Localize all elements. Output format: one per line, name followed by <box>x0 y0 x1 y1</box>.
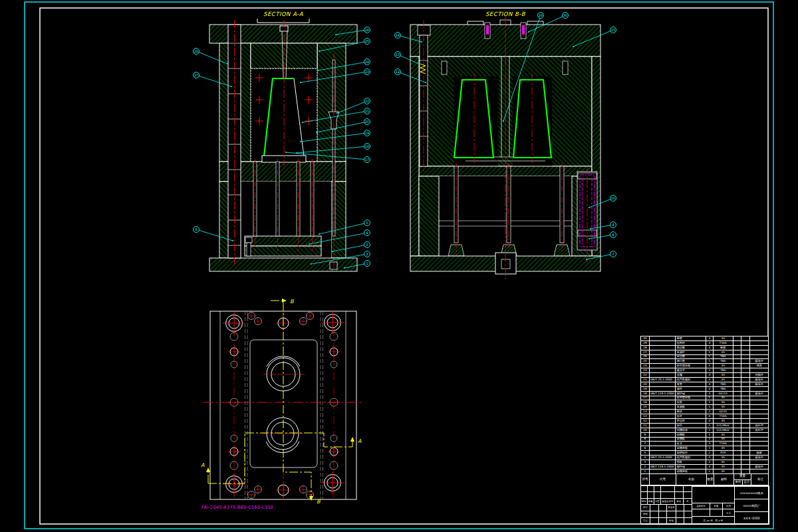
parts-cell <box>741 451 750 456</box>
center-block <box>495 253 516 274</box>
parts-cell <box>650 460 676 465</box>
parts-cell: 6 <box>641 446 650 451</box>
parts-cell <box>733 387 742 392</box>
parts-cell: 3 <box>706 373 714 378</box>
parts-cell <box>650 341 676 346</box>
parts-cell <box>733 364 742 368</box>
parts-cell: 29 <box>641 341 650 346</box>
leader-dot <box>590 228 591 229</box>
title-block-cell <box>650 505 659 511</box>
parts-cell <box>650 355 676 360</box>
balloon-number: 13 <box>396 53 400 57</box>
title-block-cell: 处数 <box>648 499 654 505</box>
parts-cell: 2 <box>706 410 714 414</box>
parts-cell: T8A <box>714 387 733 392</box>
section-aa-bracket <box>257 19 309 23</box>
parts-cell: 27 <box>641 350 650 355</box>
parts-cell: 8 <box>641 438 650 442</box>
parts-cell <box>733 350 742 355</box>
title-block-cell <box>659 511 667 518</box>
title-block-cell <box>650 518 659 525</box>
parts-row: 24型芯固定板145调质 <box>641 364 768 368</box>
parts-cell: 4 <box>706 378 714 382</box>
parts-cell: 标准件 <box>750 392 768 396</box>
leader-dot <box>589 238 590 239</box>
revision-signature-grid: 标记处数分区更改文件号签名年、月、日设计标准化审核工艺批准 <box>641 486 692 525</box>
parts-row: 13推杆4T10A <box>641 414 768 419</box>
parts-cell <box>750 346 768 350</box>
parts-cell <box>750 438 768 442</box>
title-block: 标记处数分区更改文件号签名年、月、日设计标准化审核工艺批准 阶段标记 质量 比例… <box>640 485 769 524</box>
section-bb-view: SECTION B-B <box>410 11 600 279</box>
title-block-cell <box>675 486 684 492</box>
parts-cell: 标准件 <box>750 456 768 460</box>
parts-cell: GB/T 119.1-2000 <box>650 392 676 396</box>
parts-cell: 45 <box>714 396 733 401</box>
parts-cell <box>733 456 742 460</box>
parts-cell: 45 <box>714 364 733 368</box>
parts-row: 25浇口套1T8A标准件 <box>641 359 768 364</box>
parts-cell <box>741 424 750 428</box>
parts-cell <box>750 442 768 446</box>
title-block-cell <box>650 511 659 518</box>
cavity-plate-right <box>317 43 346 162</box>
parts-cell <box>650 405 676 410</box>
col-header-code: 代号 <box>650 474 676 486</box>
parts-cell: 4 <box>706 346 714 350</box>
leader-dot <box>344 267 345 269</box>
balloon-number: 12 <box>396 70 400 74</box>
balloon-number: 3 <box>366 243 368 247</box>
parts-cell <box>750 433 768 438</box>
section-aa-title: SECTION A-A <box>263 11 303 17</box>
parts-cell <box>750 410 768 414</box>
parts-row: 23隔水片2T8A <box>641 368 768 373</box>
parts-cell: 推杆固定板 <box>676 396 706 401</box>
parts-cell: Cr12MoV <box>714 424 733 428</box>
balloon-number: 29 <box>539 13 543 17</box>
parts-cell: 13 <box>641 414 650 419</box>
parts-row: 14垫块2Q235 <box>641 410 768 414</box>
parts-cell: 支承柱 <box>676 350 706 355</box>
parts-cell <box>741 465 750 469</box>
parts-cell: 45 <box>714 336 733 341</box>
moldbase-code-note: FAI-2045-A175-B80-C160-L350 <box>201 505 273 510</box>
parts-cell <box>650 400 676 405</box>
parts-cell: 45 <box>714 400 733 405</box>
parts-cell <box>741 373 750 378</box>
col-header-qty: 数量 <box>707 474 714 486</box>
revision-row <box>641 486 692 492</box>
parts-cell <box>733 438 742 442</box>
sheet-count-cell: 共 xx 张 第 x 张 <box>692 516 735 525</box>
leader-dot <box>300 141 301 142</box>
leader-dot <box>316 132 317 133</box>
parts-cell <box>733 419 742 424</box>
parts-cell: 定位圈 <box>676 355 706 360</box>
title-block-cell <box>641 492 648 498</box>
parts-cell: 4 <box>706 392 714 396</box>
parts-cell: 45 <box>714 405 733 410</box>
parts-cell <box>750 419 768 424</box>
parts-cell <box>741 414 750 419</box>
parts-cell <box>733 359 742 364</box>
parts-row: 18GB/T 119.1-2000圆柱销4GCr15标准件 <box>641 392 768 396</box>
parts-cell: 19 <box>641 387 650 392</box>
parts-cell: 密封圈 <box>676 346 706 350</box>
parts-row: 26定位圈1T8A <box>641 355 768 360</box>
parts-cell <box>741 387 750 392</box>
company-cell: xxxxx制药厂 <box>734 499 769 512</box>
title-block-cell <box>676 505 684 511</box>
parts-cell: 1 <box>706 400 714 405</box>
cut-label-a-left: A <box>201 462 205 468</box>
parts-cell: 7 <box>641 442 650 446</box>
parts-cell <box>733 460 742 465</box>
parts-cell <box>741 433 750 438</box>
parts-cell: 标准件 <box>750 378 768 382</box>
parts-cell: 3 <box>641 460 650 465</box>
col-header-material: 材料 <box>714 474 734 486</box>
parts-cell <box>741 442 750 446</box>
parts-cell: 10 <box>641 428 650 433</box>
parts-cell: 圆柱销 <box>676 465 706 469</box>
parts-cell: P20 <box>714 451 733 456</box>
parts-cell: 23 <box>641 368 650 373</box>
parts-cell <box>650 368 676 373</box>
